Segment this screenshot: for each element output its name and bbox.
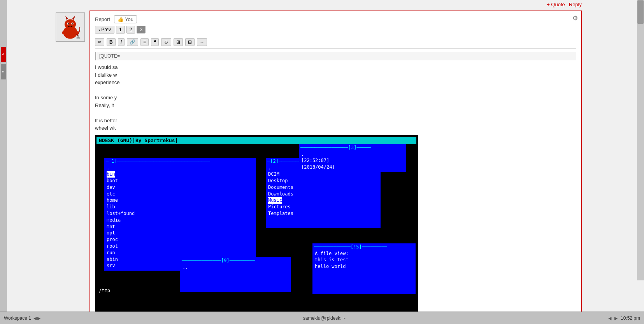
post-text: I would sa I dislike w experience In som…	[95, 63, 576, 132]
thumbs-up-icon: 👍	[118, 16, 124, 22]
list-item: proc	[107, 236, 254, 243]
toolbar-link-button[interactable]: 🔗	[127, 38, 138, 46]
sidebar-strip-item: s	[1, 64, 6, 79]
avatar	[56, 12, 85, 42]
terminal-window-5: ─────────────[!5]───────── A file view: …	[312, 243, 416, 294]
quote-button[interactable]: + Quote	[547, 2, 565, 7]
taskbar-terminal-label: sameklu@rpidesk: ~	[303, 315, 346, 321]
list-item: dev	[107, 184, 254, 191]
taskbar-right-next[interactable]: ▶	[614, 316, 618, 321]
window3-content: . [22:52:07] [2018/04/24]	[300, 150, 405, 171]
terminal-screenshot: NDESK (GNU)|By Spartrekus| ─[1]─────────…	[95, 135, 418, 324]
page-3-button[interactable]: 3	[137, 26, 146, 33]
window3-title: ─────────────────[3]─────	[300, 145, 405, 150]
scrollbar-thumb[interactable]	[637, 0, 644, 24]
list-item: Downloads	[268, 191, 378, 197]
you-label: You	[125, 16, 133, 22]
list-item: home	[107, 197, 254, 204]
list-item: Music	[268, 197, 378, 204]
list-item: root	[107, 243, 254, 250]
list-item: bin	[107, 171, 254, 178]
list-item: Documents	[268, 184, 378, 191]
toolbar-table-button[interactable]: ⊟	[185, 38, 195, 46]
window5-title: ─────────────[!5]─────────	[313, 244, 415, 250]
terminal-path: /tmp	[97, 287, 112, 294]
svg-point-2	[64, 19, 75, 29]
toolbar-emoji-button[interactable]: ☺	[161, 38, 171, 46]
window9-content: ..	[181, 263, 290, 271]
terminal-window-9: ──────────────[9]───────── ..	[180, 257, 291, 292]
prev-page-button[interactable]: ‹ Prev	[95, 26, 114, 33]
list-item: A file view:	[315, 250, 413, 257]
list-item: [22:52:07]	[301, 157, 404, 164]
taskbar-arrows: ◀ ▶	[33, 316, 40, 321]
list-item: mnt	[107, 224, 254, 230]
pagination: ‹ Prev 1 2 3	[95, 26, 576, 33]
list-item: .	[107, 165, 254, 171]
taskbar-prev-arrow[interactable]: ◀	[33, 316, 37, 321]
list-item: lost+found	[107, 210, 254, 217]
svg-point-6	[72, 23, 73, 25]
list-item: ..	[182, 264, 289, 271]
toolbar-list-button[interactable]: ≡	[140, 38, 149, 46]
taskbar-time: 10:52 pm	[621, 315, 640, 321]
list-item: media	[107, 217, 254, 224]
window1-title: ─[1]─────────────────────────────────	[105, 158, 255, 164]
list-item: Pictures	[268, 204, 378, 210]
editor-toolbar: ✏ B I 🔗 ≡ ❝ ☺ ⊞ ⊟ →	[95, 37, 576, 49]
toolbar-quote-button[interactable]: ❝	[151, 38, 159, 46]
list-item: etc	[107, 191, 254, 197]
left-sidebar: e s	[0, 0, 7, 324]
toolbar-brush-button[interactable]: ✏	[95, 38, 104, 46]
taskbar-center: sameklu@rpidesk: ~	[303, 315, 346, 321]
terminal-body: ─[1]───────────────────────────────── . …	[97, 144, 416, 315]
sidebar-strip-item: e	[1, 47, 6, 62]
list-item: Templates	[268, 210, 378, 217]
list-item: lib	[107, 204, 254, 210]
list-item: run	[107, 250, 254, 256]
toolbar-italic-button[interactable]: I	[118, 38, 125, 46]
terminal-title-bar: NDESK (GNU)|By Spartrekus|	[97, 137, 416, 144]
list-item: Desktop	[268, 178, 378, 184]
svg-point-5	[68, 23, 69, 25]
you-badge[interactable]: 👍 You	[114, 15, 137, 23]
workspace-label: Workspace 1	[4, 315, 31, 321]
toolbar-indent-button[interactable]: →	[197, 38, 207, 46]
list-item: [2018/04/24]	[301, 164, 404, 171]
page-2-button[interactable]: 2	[126, 26, 135, 33]
page-1-button[interactable]: 1	[116, 26, 125, 33]
reply-button[interactable]: Reply	[569, 2, 582, 7]
terminal-window-3: ─────────────────[3]───── . [22:52:07] […	[299, 144, 406, 172]
list-item: this is test	[315, 257, 413, 263]
scrollbar[interactable]	[637, 0, 644, 280]
report-button[interactable]: Report	[95, 16, 110, 22]
taskbar-next-arrow[interactable]: ▶	[37, 316, 40, 321]
taskbar-left: Workspace 1 ◀ ▶	[4, 315, 40, 321]
list-item: opt	[107, 230, 254, 236]
quote-text: [QUOTE=	[99, 53, 120, 59]
list-item: boot	[107, 178, 254, 184]
list-item: hello world	[315, 263, 413, 270]
taskbar: Workspace 1 ◀ ▶ sameklu@rpidesk: ~ ◀ ▶ 1…	[0, 312, 644, 324]
toolbar-media-button[interactable]: ⊞	[174, 38, 183, 46]
window9-title: ──────────────[9]─────────	[181, 258, 290, 263]
terminal-title: NDESK (GNU)|By Spartrekus|	[99, 137, 178, 143]
terminal-window-1: ─[1]───────────────────────────────── . …	[104, 158, 256, 271]
avatar-area	[51, 11, 89, 42]
window5-content: A file view: this is test hello world	[313, 250, 415, 271]
window1-content: . bin boot dev etc home lib lost+found m…	[105, 164, 255, 270]
gear-button[interactable]: ⚙	[572, 14, 578, 22]
post-body: ⚙ Report 👍 You ‹ Prev 1 2 3	[89, 11, 582, 324]
list-item: .	[301, 151, 404, 158]
taskbar-right-prev[interactable]: ◀	[608, 316, 611, 321]
toolbar-bold-button[interactable]: B	[107, 38, 116, 46]
quote-block: [QUOTE=	[95, 52, 576, 60]
taskbar-right: ◀ ▶ 10:52 pm	[608, 315, 640, 321]
